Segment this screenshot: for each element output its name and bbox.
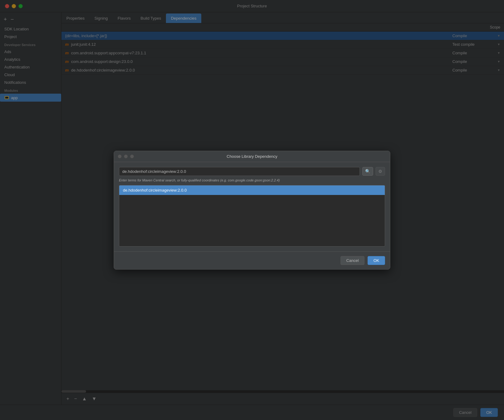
- dialog-body: 🔍 ⚙ Enter terms for Maven Central search…: [114, 162, 390, 251]
- dialog-search-hint: Enter terms for Maven Central search, or…: [119, 178, 385, 182]
- choose-library-dialog: Choose Library Dependency 🔍 ⚙ Enter term…: [114, 151, 390, 270]
- dialog-title: Choose Library Dependency: [227, 154, 278, 159]
- dialog-search-input[interactable]: [119, 167, 360, 176]
- dialog-footer: Cancel OK: [114, 251, 390, 269]
- dialog-cancel-button[interactable]: Cancel: [341, 256, 364, 265]
- dialog-close-button[interactable]: [118, 154, 122, 158]
- dialog-result-list[interactable]: de.hdodenhof:circleimageview:2.0.0: [119, 185, 385, 247]
- dialog-ok-button[interactable]: OK: [368, 256, 385, 265]
- dialog-result-item-0[interactable]: de.hdodenhof:circleimageview:2.0.0: [119, 185, 385, 195]
- dialog-search-row: 🔍 ⚙: [119, 167, 385, 176]
- dialog-loading-button: ⚙: [376, 167, 385, 176]
- dialog-search-button[interactable]: 🔍: [362, 167, 373, 176]
- dialog-maximize-button[interactable]: [130, 154, 134, 158]
- spinner-icon: ⚙: [378, 169, 382, 174]
- dialog-window-controls: [118, 154, 134, 158]
- dialog-title-bar: Choose Library Dependency: [114, 151, 390, 162]
- dialog-minimize-button[interactable]: [124, 154, 128, 158]
- dialog-overlay: Choose Library Dependency 🔍 ⚙ Enter term…: [0, 0, 504, 420]
- search-icon: 🔍: [365, 169, 370, 174]
